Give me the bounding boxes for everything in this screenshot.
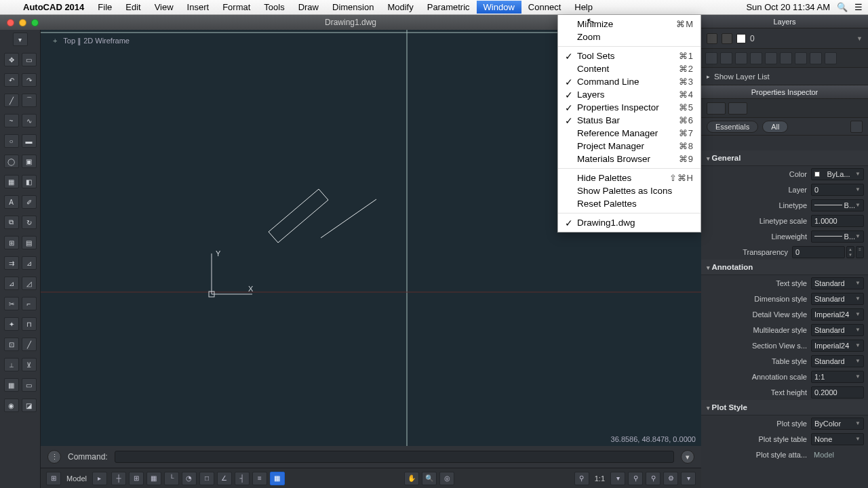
redo-icon[interactable]: ↷ — [22, 73, 37, 87]
annotation-add-icon[interactable]: ⚲ — [646, 472, 660, 485]
menu-extra-icon[interactable]: ☰ — [854, 2, 863, 12]
layer-current-row[interactable]: 0 ▼ — [701, 28, 868, 49]
copy-tool-icon[interactable]: ⧉ — [4, 216, 19, 229]
property-value[interactable]: 1:1▼ — [811, 371, 864, 383]
block-tool-icon[interactable]: ▤ — [22, 236, 37, 249]
transparency-icon[interactable]: ▦ — [270, 472, 285, 485]
pill-essentials[interactable]: Essentials — [707, 121, 758, 133]
menu-properties-inspector[interactable]: ✓Properties Inspector⌘5 — [558, 101, 701, 114]
status-menu-icon[interactable]: ▾ — [681, 472, 696, 485]
layout-nav-icon[interactable]: ▸ — [92, 472, 107, 485]
layer-visibility-icon[interactable] — [707, 33, 717, 44]
explode-tool-icon[interactable]: ✦ — [4, 317, 19, 331]
property-value[interactable]: Standard▼ — [811, 293, 864, 305]
pi-tab-drawing-icon[interactable] — [728, 102, 747, 115]
menu-file[interactable]: File — [91, 1, 119, 14]
layer-tool-icon[interactable] — [720, 52, 732, 64]
arc-tool-icon[interactable]: ⌒ — [22, 94, 37, 107]
property-value[interactable]: Standard▼ — [811, 355, 864, 367]
menu-tools[interactable]: Tools — [257, 1, 291, 14]
menu-reset-palettes[interactable]: Reset Palettes — [558, 197, 701, 210]
tool-icon[interactable]: ◉ — [4, 399, 19, 412]
menubar-datetime[interactable]: Sun Oct 20 11:34 AM — [746, 2, 830, 12]
lineweight-icon[interactable]: ≡ — [252, 472, 267, 485]
polyline-tool-icon[interactable]: ~ — [4, 114, 19, 127]
command-options-button[interactable]: ▾ — [681, 450, 694, 464]
close-window-button[interactable] — [7, 19, 14, 26]
array-tool-icon[interactable]: ⊞ — [4, 236, 19, 249]
command-input[interactable] — [115, 451, 674, 463]
ellipse-tool-icon[interactable]: ◯ — [4, 155, 19, 168]
menu-connect[interactable]: Connect — [521, 1, 568, 14]
property-value[interactable]: B...▼ — [811, 199, 864, 211]
pill-all[interactable]: All — [762, 121, 788, 133]
command-history-button[interactable]: ⋮ — [47, 450, 61, 464]
ruler-icon[interactable]: ▦ — [146, 472, 161, 485]
extra-button-icon[interactable]: ≡ — [856, 246, 864, 258]
spotlight-icon[interactable]: 🔍 — [837, 2, 848, 12]
menu-hide-palettes[interactable]: Hide Palettes⇧⌘H — [558, 171, 701, 184]
layer-tool-icon[interactable] — [750, 52, 762, 64]
mirror-tool-icon[interactable]: ⊿ — [4, 277, 19, 290]
gradient-tool-icon[interactable]: ◧ — [22, 175, 37, 188]
menu-zoom[interactable]: Zoom — [558, 30, 701, 43]
menu-view[interactable]: View — [148, 1, 180, 14]
workspace-switch-icon[interactable]: ⚙ — [663, 472, 678, 485]
pan-icon[interactable]: ✋ — [404, 472, 419, 485]
layer-tool-icon[interactable] — [735, 52, 747, 64]
zoom-window-button[interactable] — [31, 19, 39, 26]
rect-tool-icon[interactable]: ▬ — [22, 134, 37, 148]
menu-dimension[interactable]: Dimension — [326, 1, 380, 14]
layer-color-swatch[interactable] — [736, 34, 746, 43]
scale-dropdown-icon[interactable]: ▾ — [610, 472, 625, 485]
property-value[interactable]: Imperial24▼ — [811, 340, 864, 352]
stepper-icon[interactable]: ▲▼ — [846, 246, 854, 258]
spline-tool-icon[interactable]: ∿ — [22, 114, 37, 127]
property-value[interactable]: Imperial24▼ — [811, 308, 864, 321]
menu-layers[interactable]: ✓Layers⌘4 — [558, 88, 701, 101]
zoom-icon[interactable]: 🔍 — [422, 472, 437, 485]
text-tool-icon[interactable]: A — [4, 195, 19, 209]
ortho-icon[interactable]: └ — [164, 472, 179, 485]
property-value[interactable]: None▼ — [811, 433, 864, 445]
layer-dropdown-icon[interactable]: ▼ — [856, 35, 863, 42]
tool-icon[interactable]: ⊡ — [4, 338, 19, 351]
layer-tool-icon[interactable] — [780, 52, 792, 64]
properties-list[interactable]: General ColorByLa...▼Layer0▼LinetypeB...… — [701, 150, 868, 488]
menu-drawing-window[interactable]: ✓Drawing1.dwg — [558, 216, 701, 229]
menu-help[interactable]: Help — [568, 1, 599, 14]
offset-tool-icon[interactable]: ⇉ — [4, 256, 19, 270]
viewport-label[interactable]: + Top ‖ 2D Wireframe — [53, 37, 130, 45]
property-value[interactable]: 0 — [792, 246, 845, 258]
fillet-tool-icon[interactable]: ⌐ — [22, 297, 37, 310]
menu-materials-browser[interactable]: Materials Browser⌘9 — [558, 152, 701, 165]
group-general[interactable]: General — [701, 150, 868, 166]
tool-icon[interactable]: ⟂ — [4, 358, 19, 371]
extend-tool-icon[interactable]: ⊿ — [22, 256, 37, 270]
menu-modify[interactable]: Modify — [380, 1, 420, 14]
layer-tool-icon[interactable] — [825, 52, 837, 64]
join-tool-icon[interactable]: ⊓ — [22, 317, 37, 331]
menu-minimize[interactable]: Minimize⌘M — [558, 18, 701, 30]
tool-icon[interactable]: ▦ — [4, 378, 19, 392]
toolset-dropdown[interactable]: ▾ — [13, 33, 28, 46]
property-value[interactable]: 0▼ — [811, 184, 864, 196]
trim-tool-icon[interactable]: ✂ — [4, 297, 19, 310]
menu-format[interactable]: Format — [216, 1, 257, 14]
property-value[interactable]: ByColor▼ — [811, 418, 864, 430]
grid-icon[interactable]: ⊞ — [129, 472, 144, 485]
group-annotation[interactable]: Annotation — [701, 260, 868, 275]
menu-reference-manager[interactable]: Reference Manager⌘7 — [558, 127, 701, 140]
app-name[interactable]: AutoCAD 2014 — [16, 2, 91, 12]
layer-freeze-icon[interactable] — [722, 33, 732, 44]
snap-grid-icon[interactable]: ┼ — [111, 472, 126, 485]
annotation-scale-icon[interactable]: ⚲ — [628, 472, 643, 485]
hatch-tool-icon[interactable]: ▦ — [4, 175, 19, 188]
layer-tool-icon[interactable] — [810, 52, 822, 64]
menu-parametric[interactable]: Parametric — [420, 1, 477, 14]
property-value[interactable]: B...▼ — [811, 230, 864, 243]
menu-toolsets[interactable]: ✓Tool Sets⌘1 — [558, 49, 701, 62]
tool-icon[interactable]: ⊻ — [22, 358, 37, 371]
dynamic-input-icon[interactable]: ┤ — [235, 472, 250, 485]
menu-project-manager[interactable]: Project Manager⌘8 — [558, 140, 701, 152]
